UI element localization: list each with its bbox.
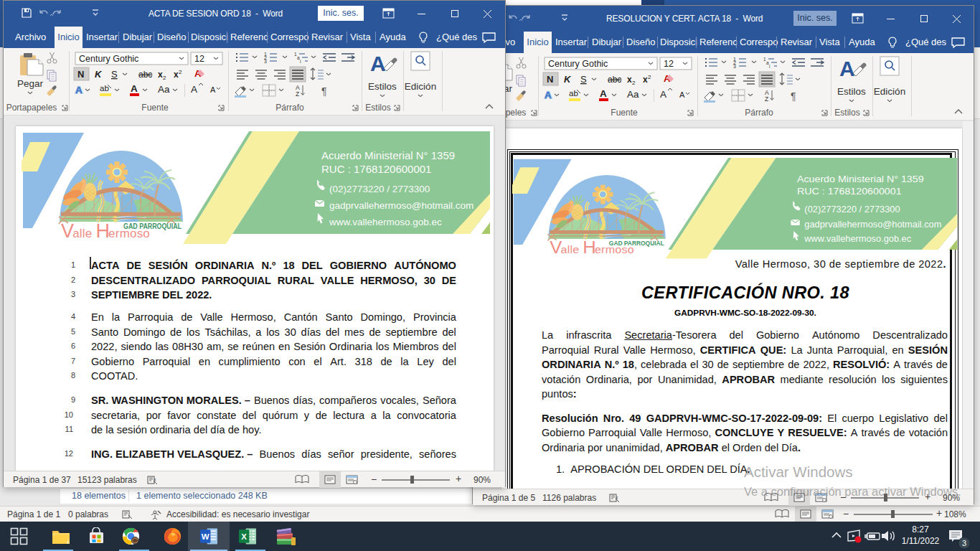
svg-text:W: W	[202, 532, 209, 541]
svg-text:X: X	[241, 532, 247, 541]
svg-text:3: 3	[962, 539, 966, 547]
svg-text:x: x	[154, 477, 156, 482]
svg-text:x: x	[616, 495, 618, 500]
